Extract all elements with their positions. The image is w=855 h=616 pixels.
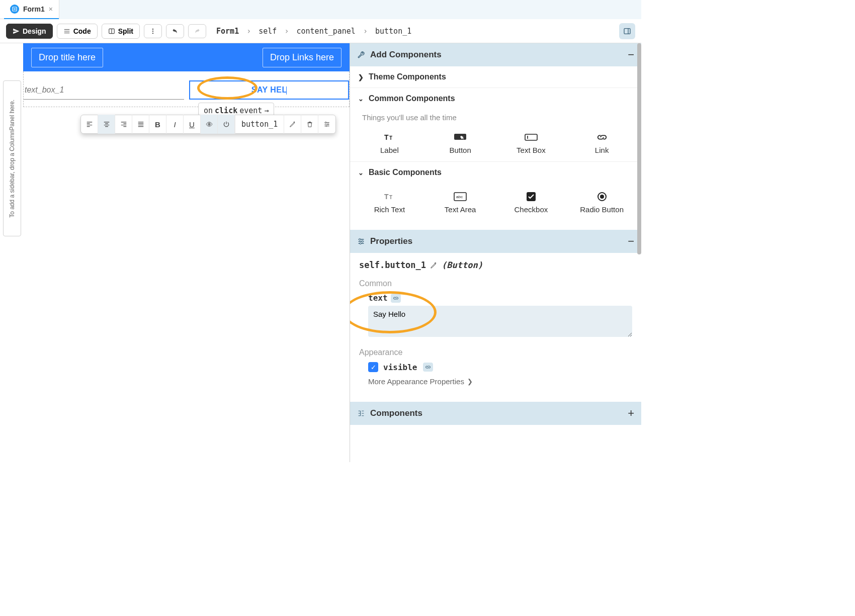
- components-header[interactable]: Components +: [350, 402, 641, 425]
- basic-components-row[interactable]: ⌄ Basic Components: [350, 162, 641, 183]
- svg-point-13: [326, 125, 327, 126]
- breadcrumb: Form1 › self › content_panel › button_1: [216, 27, 411, 36]
- breadcrumb-item[interactable]: self: [259, 27, 277, 36]
- pencil-icon[interactable]: [430, 261, 438, 269]
- component-checkbox[interactable]: Checkbox: [496, 190, 567, 214]
- list-icon: [63, 28, 70, 35]
- drop-links-zone[interactable]: Drop Links here: [263, 48, 341, 67]
- text-box-1[interactable]: [24, 80, 184, 100]
- chevron-down-icon: ⌄: [358, 95, 364, 103]
- binding-icon[interactable]: [391, 294, 401, 303]
- binding-icon[interactable]: [423, 363, 433, 372]
- expand-icon[interactable]: +: [628, 407, 634, 420]
- theme-components-label: Theme Components: [369, 72, 446, 81]
- component-richtext[interactable]: TT Rich Text: [354, 190, 425, 214]
- checkbox-icon: [496, 190, 567, 203]
- add-components-header[interactable]: Add Components −: [350, 43, 641, 66]
- collapse-icon[interactable]: −: [628, 235, 634, 248]
- content-panel[interactable]: SAY HEL: [23, 71, 350, 107]
- scrollbar[interactable]: [637, 43, 641, 254]
- prop-visible-label: visible: [383, 363, 417, 372]
- drop-title-zone[interactable]: Drop title here: [31, 48, 103, 67]
- element-name-label[interactable]: button_1: [235, 115, 284, 134]
- undo-button[interactable]: [166, 24, 184, 38]
- bold-button[interactable]: B: [149, 115, 166, 134]
- tab-bar: Form1 ×: [0, 0, 641, 19]
- visibility-button[interactable]: [201, 115, 218, 134]
- align-justify-button[interactable]: [132, 115, 149, 134]
- visible-checkbox[interactable]: ✓: [368, 362, 378, 372]
- italic-button[interactable]: I: [166, 115, 184, 134]
- properties-label: Properties: [370, 236, 412, 246]
- svg-point-10: [208, 124, 209, 125]
- tab-label: Form1: [23, 5, 45, 13]
- components-label: Components: [370, 408, 422, 418]
- panel-right-icon: [623, 27, 631, 35]
- align-right-button[interactable]: [115, 115, 132, 134]
- common-components-row[interactable]: ⌄ Common Components: [350, 88, 641, 109]
- edit-button[interactable]: [284, 115, 301, 134]
- link-icon: [566, 131, 637, 144]
- label-icon: TT: [354, 131, 425, 144]
- more-appearance-link[interactable]: More Appearance Properties ❯: [368, 377, 632, 386]
- properties-body: self.button_1 (Button) Common text Appea…: [350, 253, 641, 393]
- tab-form1[interactable]: Form1 ×: [4, 0, 59, 19]
- properties-header[interactable]: Properties −: [350, 230, 641, 253]
- form-header: Drop title here Drop Links here: [23, 43, 350, 71]
- component-button[interactable]: Button: [425, 131, 496, 154]
- element-toolbar: B I U button_1: [80, 115, 336, 134]
- align-center-button[interactable]: [98, 115, 115, 134]
- chevron-right-icon: ❯: [467, 378, 473, 385]
- component-textbox[interactable]: Text Box: [496, 131, 567, 154]
- component-radio[interactable]: Radio Button: [566, 190, 637, 214]
- theme-components-row[interactable]: ❯ Theme Components: [350, 66, 641, 88]
- split-icon: [108, 28, 115, 35]
- sidebar-drop-hint[interactable]: To add a sidebar, drop a ColumnPanel her…: [3, 80, 21, 236]
- prop-text-input[interactable]: [368, 306, 632, 337]
- arrow-right-icon: →: [264, 106, 269, 115]
- component-textarea[interactable]: abc Text Area: [425, 190, 496, 214]
- component-link[interactable]: Link: [566, 131, 637, 154]
- component-label[interactable]: TT Label: [354, 131, 425, 154]
- delete-button[interactable]: [301, 115, 318, 134]
- svg-point-7: [152, 32, 153, 33]
- svg-text:T: T: [384, 133, 389, 141]
- breadcrumb-item[interactable]: content_panel: [297, 27, 356, 36]
- close-icon[interactable]: ×: [49, 5, 53, 13]
- button-icon: [425, 131, 496, 144]
- textarea-icon: abc: [425, 190, 496, 203]
- chevron-down-icon: ⌄: [358, 169, 364, 177]
- settings-button[interactable]: [318, 115, 335, 134]
- svg-point-28: [360, 242, 361, 244]
- add-components-label: Add Components: [370, 50, 442, 60]
- split-button[interactable]: Split: [102, 24, 140, 39]
- code-button[interactable]: Code: [57, 24, 98, 39]
- textbox-icon: [496, 131, 567, 144]
- wrench-icon: [357, 51, 365, 59]
- svg-text:T: T: [389, 195, 392, 200]
- svg-rect-17: [525, 134, 537, 140]
- more-button[interactable]: [144, 24, 162, 38]
- sliders-icon: [357, 237, 365, 245]
- paper-plane-icon: [13, 28, 20, 35]
- text-caret: [286, 86, 287, 95]
- button-1-text: SAY HEL: [251, 85, 287, 94]
- collapse-icon[interactable]: −: [628, 48, 634, 61]
- common-components-grid: TT Label Button Text Box Link: [350, 124, 641, 162]
- svg-text:abc: abc: [456, 195, 463, 199]
- undo-icon: [172, 28, 179, 35]
- align-left-button[interactable]: [81, 115, 98, 134]
- svg-rect-0: [13, 7, 17, 11]
- underline-button[interactable]: U: [184, 115, 201, 134]
- breadcrumb-item[interactable]: Form1: [216, 27, 239, 36]
- svg-point-11: [325, 122, 326, 123]
- common-components-label: Common Components: [369, 94, 455, 103]
- panel-toggle-button[interactable]: [619, 23, 635, 39]
- breadcrumb-item[interactable]: button_1: [375, 27, 411, 36]
- dots-vertical-icon: [149, 28, 156, 35]
- power-button[interactable]: [218, 115, 235, 134]
- design-canvas[interactable]: Drop title here Drop Links here SAY HEL …: [23, 43, 350, 462]
- redo-button[interactable]: [188, 24, 206, 38]
- button-1[interactable]: SAY HEL: [189, 80, 350, 100]
- design-button[interactable]: Design: [6, 24, 53, 39]
